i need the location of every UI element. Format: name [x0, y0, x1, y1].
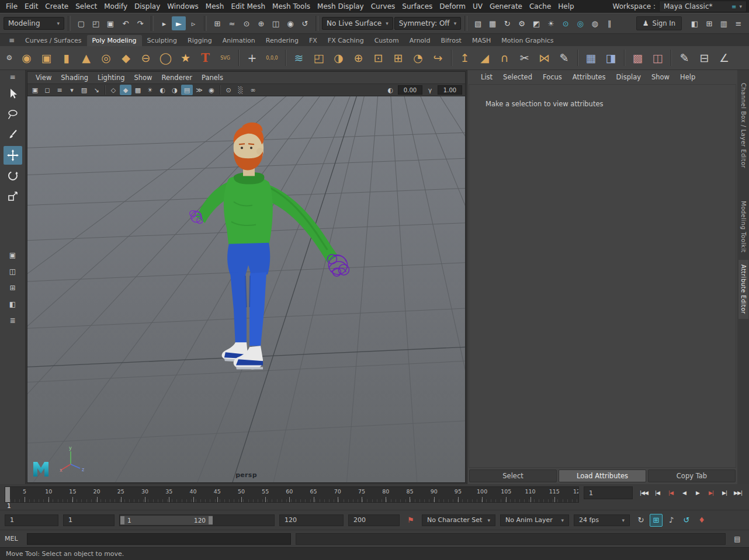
button-load-attributes[interactable]: Load Attributes	[559, 469, 646, 482]
menu-display[interactable]: Display	[131, 0, 164, 13]
menu-set-dropdown[interactable]: Modeling ▾	[4, 17, 64, 30]
make-live-icon[interactable]: ◉	[283, 16, 297, 30]
menu-select[interactable]: Select	[72, 0, 100, 13]
current-frame-field[interactable]: 1	[584, 486, 633, 499]
go-to-start-button[interactable]: |◀◀	[637, 486, 650, 499]
toolkit-grid-icon[interactable]: ⊟	[695, 48, 714, 68]
ae-menu-focus[interactable]: Focus	[538, 73, 567, 81]
menu-deform[interactable]: Deform	[436, 0, 469, 13]
mirror-icon[interactable]: ◑	[329, 48, 348, 68]
playback-range-inner[interactable]: 1 120	[120, 516, 213, 525]
command-language-toggle[interactable]: MEL	[5, 535, 22, 542]
vp-menu-lighting[interactable]: Lighting	[93, 74, 129, 82]
menu-uv[interactable]: UV	[469, 0, 486, 13]
script-editor-icon[interactable]: ▤	[730, 533, 744, 545]
light-editor-icon[interactable]: ☀	[544, 16, 558, 30]
poly-torus-icon[interactable]: ◎	[96, 48, 116, 68]
play-backwards-button[interactable]: ◀	[678, 486, 691, 499]
paint-select-tool[interactable]	[4, 126, 22, 144]
shelf-tab-motion-graphics[interactable]: Motion Graphics	[496, 35, 559, 46]
menu-surfaces[interactable]: Surfaces	[398, 0, 436, 13]
construction-axis-icon[interactable]: +	[242, 48, 262, 68]
textured-display-icon[interactable]: ▩	[132, 85, 144, 95]
snap-view-plane-icon[interactable]: ◫	[269, 16, 283, 30]
menu-mesh[interactable]: Mesh	[202, 0, 228, 13]
scale-tool[interactable]	[4, 187, 22, 206]
menu-file[interactable]: File	[2, 0, 21, 13]
ui-elements-toggle-icon[interactable]: ≡	[731, 16, 745, 30]
menu-edit[interactable]: Edit	[21, 0, 41, 13]
playback-start-field[interactable]: 1	[63, 514, 115, 526]
snap-grid-icon[interactable]: ⊞	[210, 16, 224, 30]
shelf-tab-custom[interactable]: Custom	[369, 35, 404, 46]
lookdev-view-icon[interactable]: ⊙	[559, 16, 573, 30]
target-weld-icon[interactable]: ⋈	[535, 48, 554, 68]
outliner-pane-layout-icon[interactable]: ≣	[6, 315, 20, 326]
render-current-frame-icon[interactable]: ▦	[486, 16, 500, 30]
mute-audio-icon[interactable]: ♪	[665, 514, 678, 527]
menu-windows[interactable]: Windows	[164, 0, 202, 13]
view-axis-gizmo[interactable]: y x z	[59, 444, 91, 474]
redo-icon[interactable]: ↷	[133, 16, 147, 30]
snap-curve-icon[interactable]: ≈	[225, 16, 239, 30]
exposure-icon[interactable]: ◐	[384, 85, 396, 95]
shelf-tab-animation[interactable]: Animation	[217, 35, 261, 46]
shelf-tab-fx-caching[interactable]: FX Caching	[323, 35, 369, 46]
save-scene-icon[interactable]: ▣	[103, 16, 117, 30]
platonic-solid-icon[interactable]: ◯	[156, 48, 175, 68]
wireframe-display-icon[interactable]: ◇	[108, 85, 119, 95]
toolbox-menu-icon[interactable]: ≡	[6, 71, 20, 83]
toolkit-pencil-icon[interactable]: ✎	[675, 48, 694, 68]
current-frame-marker[interactable]	[5, 487, 10, 502]
depth-of-field-icon[interactable]: ◉	[206, 85, 217, 95]
smooth-shade-icon[interactable]: ◆	[120, 85, 131, 95]
timeline-ruler[interactable]: 5101520253035404550556065707580859095100…	[5, 486, 579, 503]
character-set-dropdown[interactable]: No Character Set ▾	[422, 514, 495, 526]
select-camera-icon[interactable]: ▣	[29, 85, 41, 95]
bridge-icon[interactable]: ∩	[495, 48, 514, 68]
range-start-handle[interactable]	[120, 516, 124, 524]
animation-start-field[interactable]: 1	[5, 514, 58, 526]
command-result-field[interactable]	[296, 533, 726, 545]
sign-in-button[interactable]: ♟ Sign In	[636, 16, 682, 30]
uv-editor-icon[interactable]: ▦	[581, 48, 601, 68]
anti-aliasing-icon[interactable]: ▤	[181, 85, 193, 95]
menu-create[interactable]: Create	[41, 0, 72, 13]
shelf-tab-poly-modeling[interactable]: Poly Modeling	[87, 35, 142, 46]
bookmark-flag-icon[interactable]: ⚑	[404, 514, 417, 527]
playback-end-field[interactable]: 120	[279, 514, 344, 526]
step-back-key-button[interactable]: |◀	[664, 486, 677, 499]
vp-menu-panels[interactable]: Panels	[197, 74, 228, 82]
menu-edit-mesh[interactable]: Edit Mesh	[227, 0, 269, 13]
render-view-icon[interactable]: ▧	[471, 16, 485, 30]
anim-layer-dropdown[interactable]: No Anim Layer ▾	[500, 514, 569, 526]
shadows-icon[interactable]: ◐	[157, 85, 168, 95]
menu-mesh-tools[interactable]: Mesh Tools	[269, 0, 314, 13]
construction-history-icon[interactable]: ↺	[298, 16, 312, 30]
gamma-field[interactable]: 1.00	[438, 85, 462, 95]
camera-attributes-icon[interactable]: ≡	[54, 85, 65, 95]
menu-mesh-display[interactable]: Mesh Display	[314, 0, 367, 13]
toon-shader-icon[interactable]: ◍	[588, 16, 602, 30]
quad-draw-icon[interactable]: ✎	[554, 48, 574, 68]
viewport-canvas[interactable]: y x z persp	[27, 96, 465, 482]
shelf-tab-mash[interactable]: MASH	[467, 35, 496, 46]
workspace-dropdown[interactable]: Maya Classic* ≡ ▾	[659, 1, 747, 12]
snap-projected-center-icon[interactable]: ⊕	[254, 16, 268, 30]
side-tab-modeling-toolkit[interactable]: Modeling Toolkit	[738, 196, 748, 258]
open-scene-icon[interactable]: ◰	[89, 16, 103, 30]
select-tool[interactable]	[4, 85, 22, 103]
symmetry-dropdown[interactable]: Symmetry: Off ▾	[394, 17, 461, 30]
ae-menu-selected[interactable]: Selected	[498, 73, 538, 81]
new-scene-icon[interactable]: ▢	[74, 16, 88, 30]
snap-to-origin-icon[interactable]: 0,0,0	[262, 48, 282, 68]
separate-icon[interactable]: ◰	[309, 48, 328, 68]
single-pane-layout-icon[interactable]: ▣	[6, 249, 20, 261]
shelf-tab-rendering[interactable]: Rendering	[261, 35, 304, 46]
two-d-pan-zoom-icon[interactable]: ↘	[91, 85, 102, 95]
select-hierarchy-icon[interactable]: ▸	[157, 16, 171, 30]
side-tab-attribute-editor[interactable]: Attribute Editor	[738, 260, 748, 319]
poly-disc-icon[interactable]: ⊖	[136, 48, 155, 68]
gamma-icon[interactable]: γ	[424, 85, 436, 95]
auto-keyframe-icon[interactable]: ♦	[695, 514, 708, 527]
